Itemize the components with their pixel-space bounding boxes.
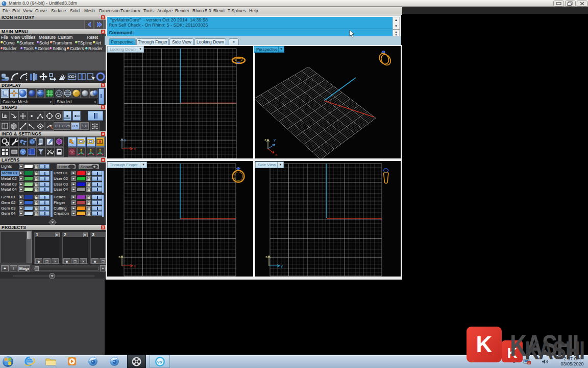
svg-text:z: z bbox=[265, 255, 267, 259]
svg-text:y: y bbox=[124, 137, 126, 142]
svg-text:x: x bbox=[134, 264, 136, 268]
svg-text:vo: vo bbox=[157, 360, 162, 364]
svg-text:x: x bbox=[275, 152, 277, 157]
svg-text:z: z bbox=[264, 137, 266, 142]
svg-text:y: y bbox=[281, 264, 283, 268]
svg-text:z: z bbox=[118, 255, 120, 259]
svg-text:x: x bbox=[134, 147, 136, 151]
svg-text:y: y bbox=[274, 137, 276, 142]
